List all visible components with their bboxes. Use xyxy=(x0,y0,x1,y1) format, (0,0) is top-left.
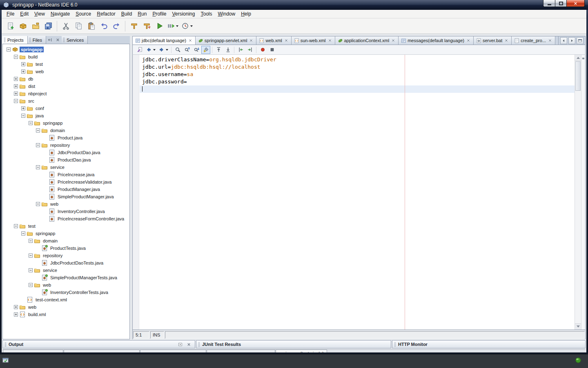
copy-button[interactable] xyxy=(72,20,85,32)
expand-toggle-icon[interactable] xyxy=(35,164,41,171)
expand-toggle-icon[interactable] xyxy=(13,76,19,82)
find-next-button[interactable] xyxy=(192,46,201,54)
toggle-highlight-button[interactable] xyxy=(201,46,210,54)
code-area[interactable]: jdbc.driverClassName=org.hsqldb.jdbcDriv… xyxy=(140,56,575,93)
explorer-tab-services[interactable]: Services xyxy=(62,36,88,44)
tree-node-priceincreaseformcontroller-java[interactable]: PriceIncreaseFormController.java xyxy=(3,215,129,222)
editor-tab-applicationcontext-xml[interactable]: applicationContext.xml xyxy=(335,36,399,45)
output-tab-blank[interactable] xyxy=(64,350,140,352)
paste-button[interactable] xyxy=(85,20,97,32)
tree-node-nbproject[interactable]: nbproject xyxy=(3,90,129,97)
close-tab-icon[interactable] xyxy=(466,38,471,43)
back-button[interactable] xyxy=(145,46,157,54)
code-line[interactable] xyxy=(140,85,575,93)
tree-node-producttests-java[interactable]: ProductTests.java xyxy=(3,245,129,252)
tree-node-repository[interactable]: repository xyxy=(3,252,129,259)
menu-edit[interactable]: Edit xyxy=(17,10,31,18)
tray-status-icon[interactable] xyxy=(575,357,581,364)
tree-node-domain[interactable]: domain xyxy=(3,237,129,245)
tree-node-test[interactable]: test xyxy=(3,61,129,68)
shift-line-right-button[interactable] xyxy=(245,46,254,54)
expand-toggle-icon[interactable] xyxy=(13,83,19,90)
tree-node-simpleproductmanager-java[interactable]: SimpleProductManager.java xyxy=(3,193,129,200)
tree-node-domain[interactable]: domain xyxy=(3,127,129,134)
editor-tab-server-bat[interactable]: server.bat xyxy=(474,36,512,45)
next-bookmark-button[interactable] xyxy=(223,46,232,54)
tree-node-repository[interactable]: repository xyxy=(3,141,129,149)
expand-toggle-icon[interactable] xyxy=(13,223,19,229)
maximize-button[interactable] xyxy=(555,0,566,7)
expand-toggle-icon[interactable] xyxy=(27,238,34,244)
tree-node-dist[interactable]: dist xyxy=(3,83,129,90)
scroll-left-button[interactable] xyxy=(560,37,567,44)
title-bar[interactable]: springapp - NetBeans IDE 6.0 xyxy=(0,0,588,10)
tree-node-productmanager-java[interactable]: ProductManager.java xyxy=(3,186,129,193)
close-tab-icon[interactable] xyxy=(188,38,193,43)
close-tab-icon[interactable] xyxy=(328,38,332,43)
close-button[interactable] xyxy=(566,0,585,7)
expand-toggle-icon[interactable] xyxy=(13,304,19,310)
open-project-button[interactable] xyxy=(29,20,42,32)
minimize-group-button[interactable] xyxy=(47,37,53,43)
tree-node-web[interactable]: web xyxy=(3,303,129,311)
build-project-button[interactable] xyxy=(128,20,140,32)
expand-toggle-icon[interactable] xyxy=(35,201,41,207)
editor-tab-messages-default-language[interactable]: messages(default language) xyxy=(399,36,474,45)
code-line[interactable]: jdbc.password= xyxy=(140,78,575,85)
expand-toggle-icon[interactable] xyxy=(13,54,19,60)
tree-node-productdao-java[interactable]: ProductDao.java xyxy=(3,156,129,164)
close-tab-icon[interactable] xyxy=(504,38,509,43)
close-tab-icon[interactable] xyxy=(391,38,396,43)
menu-build[interactable]: Build xyxy=(118,10,135,18)
tree-node-springapp[interactable]: springapp xyxy=(3,46,129,53)
run-project-button[interactable] xyxy=(153,20,165,32)
maximize-view-button[interactable] xyxy=(577,37,584,44)
menu-navigate[interactable]: Navigate xyxy=(48,10,73,18)
editor-tab-springapp-servlet-xml[interactable]: springapp-servlet.xml xyxy=(196,36,257,45)
tree-node-inventorycontroller-java[interactable]: InventoryController.java xyxy=(3,208,129,215)
tree-node-test[interactable]: test xyxy=(3,222,129,230)
scrollbar-down-button[interactable] xyxy=(575,323,581,330)
tree-node-build-xml[interactable]: build.xml xyxy=(3,311,129,318)
expand-toggle-icon[interactable] xyxy=(20,230,27,237)
output-tab-blank[interactable] xyxy=(3,350,63,352)
menu-profile[interactable]: Profile xyxy=(149,10,169,18)
scrollbar-up-button[interactable] xyxy=(575,55,581,61)
menu-window[interactable]: Window xyxy=(215,10,238,18)
find-previous-button[interactable] xyxy=(183,46,192,54)
expand-toggle-icon[interactable] xyxy=(20,61,27,67)
tree-node-priceincreasevalidator-java[interactable]: PriceIncreaseValidator.java xyxy=(3,178,129,186)
panel-header-output[interactable]: Output xyxy=(2,340,195,348)
tree-node-priceincrease-java[interactable]: PriceIncrease.java xyxy=(3,171,129,178)
expand-toggle-icon[interactable] xyxy=(27,267,34,274)
panel-header-http-monitor[interactable]: HTTP Monitor xyxy=(392,340,586,348)
tree-node-web[interactable]: web xyxy=(3,68,129,75)
close-tab-icon[interactable] xyxy=(249,38,254,43)
start-macro-button[interactable] xyxy=(258,46,267,54)
expand-toggle-icon[interactable] xyxy=(20,105,27,112)
save-all-button[interactable] xyxy=(42,20,54,32)
output-tab-springapp-test-single[interactable]: springapp (test-single) xyxy=(276,350,327,352)
close-button[interactable] xyxy=(186,341,192,348)
output-tab-blank[interactable] xyxy=(140,350,206,352)
last-edit-location-button[interactable] xyxy=(135,46,144,54)
taskbar-app-icon[interactable] xyxy=(2,357,9,364)
code-line[interactable]: jdbc.url=jdbc:hsqldb:hsql://localhost xyxy=(140,63,575,71)
close-tab-icon[interactable] xyxy=(548,38,552,43)
tree-node-jdbcproductdao-java[interactable]: JdbcProductDao.java xyxy=(3,149,129,156)
slide-down-button[interactable] xyxy=(177,341,183,348)
menu-refactor[interactable]: Refactor xyxy=(94,10,118,18)
tree-node-product-java[interactable]: Product.java xyxy=(3,134,129,141)
explorer-tab-projects[interactable]: Projects xyxy=(2,36,28,44)
editor-tab-sun-web-xml[interactable]: sun-web.xml xyxy=(292,36,335,45)
find-selection-button[interactable] xyxy=(173,46,182,54)
tree-node-web[interactable]: web xyxy=(3,281,129,289)
editor-tab-jdbc-default-language[interactable]: jdbc(default language) xyxy=(133,36,196,45)
debug-project-dropdown-icon[interactable] xyxy=(176,25,178,27)
expand-toggle-icon[interactable] xyxy=(27,120,34,126)
scrollbar-thumb[interactable] xyxy=(575,61,581,91)
expand-toggle-icon[interactable] xyxy=(5,46,12,53)
minimize-button[interactable] xyxy=(543,0,555,7)
tree-node-service[interactable]: service xyxy=(3,164,129,171)
expand-toggle-icon[interactable] xyxy=(35,127,41,134)
